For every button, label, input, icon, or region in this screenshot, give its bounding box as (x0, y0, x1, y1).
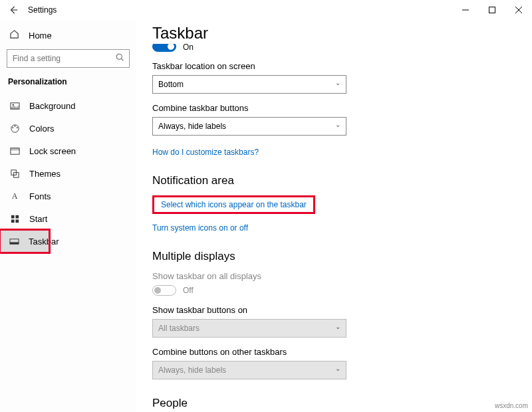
svg-point-7 (12, 104, 13, 105)
sidebar-category: Personalization (0, 74, 136, 94)
start-icon (9, 213, 20, 224)
top-toggle[interactable] (152, 44, 176, 52)
sidebar-item-lockscreen[interactable]: Lock screen (0, 140, 136, 162)
content-pane: Taskbar On Taskbar location on screen Bo… (136, 20, 532, 412)
window-title: Settings (28, 5, 57, 15)
sidebar-item-background[interactable]: Background (0, 94, 136, 117)
show-alldisplays-value: Off (183, 286, 194, 295)
svg-rect-16 (11, 215, 14, 218)
back-button[interactable] (5, 2, 21, 18)
watermark: wsxdn.com (495, 402, 528, 409)
svg-rect-18 (11, 219, 14, 223)
sidebar-item-taskbar[interactable]: Taskbar (0, 230, 49, 253)
sidebar-item-label: Fonts (29, 191, 51, 201)
chevron-down-icon: ⌄ (335, 121, 340, 128)
picture-icon (9, 100, 20, 111)
themes-icon (9, 168, 20, 179)
location-label: Taskbar location on screen (152, 61, 512, 71)
sidebar-item-label: Background (29, 101, 75, 111)
sidebar: Home Personalization Background Colors L… (0, 20, 136, 412)
svg-line-5 (121, 58, 123, 60)
sidebar-item-label: Lock screen (29, 146, 76, 156)
maximize-button[interactable] (479, 0, 505, 20)
sidebar-item-start[interactable]: Start (0, 207, 136, 230)
taskbar-icon (9, 236, 19, 247)
close-button[interactable] (505, 0, 532, 20)
chevron-down-icon: ⌄ (335, 365, 340, 372)
combine-other-value: Always, hide labels (158, 365, 226, 375)
sidebar-item-colors[interactable]: Colors (0, 117, 136, 140)
sidebar-item-label: Taskbar (29, 237, 59, 247)
sidebar-item-fonts[interactable]: A Fonts (0, 185, 136, 207)
palette-icon (9, 123, 20, 134)
fonts-icon: A (9, 191, 20, 201)
location-value: Bottom (158, 80, 184, 89)
svg-rect-21 (10, 242, 19, 244)
people-heading: People (152, 397, 512, 410)
notification-heading: Notification area (152, 174, 512, 187)
sidebar-item-themes[interactable]: Themes (0, 162, 136, 185)
multiple-displays-heading: Multiple displays (152, 250, 512, 263)
system-icons-link[interactable]: Turn system icons on or off (152, 223, 248, 233)
home-icon (9, 29, 19, 41)
chevron-down-icon: ⌄ (335, 79, 340, 86)
select-icons-link[interactable]: Select which icons appear on the taskbar (152, 195, 315, 214)
svg-rect-13 (10, 148, 19, 150)
sidebar-home[interactable]: Home (0, 24, 136, 47)
combine-label: Combine taskbar buttons (152, 103, 512, 113)
lockscreen-icon (9, 146, 20, 156)
search-icon (116, 53, 124, 64)
svg-rect-19 (15, 219, 19, 223)
sidebar-home-label: Home (29, 31, 52, 41)
chevron-down-icon: ⌄ (335, 323, 340, 330)
sidebar-item-label: Start (29, 214, 47, 224)
svg-point-9 (14, 125, 15, 126)
svg-point-11 (12, 127, 13, 128)
location-select[interactable]: Bottom ⌄ (152, 75, 346, 94)
show-buttons-on-value: All taskbars (158, 324, 200, 333)
page-title: Taskbar (152, 24, 512, 43)
search-input[interactable] (7, 49, 130, 68)
show-alldisplays-label: Show taskbar on all displays (152, 271, 512, 281)
sidebar-item-label: Themes (29, 169, 61, 179)
show-buttons-on-label: Show taskbar buttons on (152, 305, 512, 315)
minimize-button[interactable] (452, 0, 479, 20)
show-alldisplays-toggle (152, 285, 176, 296)
combine-other-select: Always, hide labels ⌄ (152, 361, 346, 379)
customize-link[interactable]: How do I customize taskbars? (152, 148, 259, 157)
svg-rect-17 (15, 215, 19, 218)
sidebar-item-label: Colors (29, 124, 55, 134)
combine-value: Always, hide labels (158, 122, 226, 131)
top-toggle-label: On (183, 44, 194, 52)
svg-rect-1 (489, 7, 495, 13)
svg-point-10 (16, 127, 17, 128)
combine-other-label: Combine buttons on other taskbars (152, 347, 512, 357)
show-buttons-on-select: All taskbars ⌄ (152, 319, 346, 338)
combine-select[interactable]: Always, hide labels ⌄ (152, 117, 346, 136)
